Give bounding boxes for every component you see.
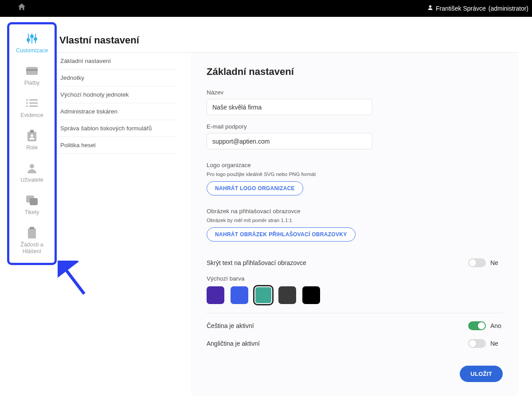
tickets-icon	[11, 194, 53, 207]
color-swatch-4[interactable]	[302, 286, 320, 304]
hide-text-value: Ne	[490, 259, 503, 266]
svg-point-16	[31, 134, 33, 137]
list-icon	[11, 97, 53, 109]
name-input[interactable]	[207, 99, 372, 115]
english-toggle[interactable]	[468, 339, 486, 348]
user-info[interactable]: František Správce (administrator)	[427, 5, 528, 12]
annotation-arrow	[58, 261, 93, 301]
email-input[interactable]	[207, 133, 372, 149]
hide-text-row: Skrýt text na přihlašovací obrazovce Ne	[207, 254, 503, 272]
sidebar-item-role[interactable]: Role	[11, 129, 53, 151]
color-row	[207, 286, 503, 304]
english-row: Angličtina je aktivní Ne	[207, 335, 503, 352]
user-icon	[427, 5, 433, 12]
hide-text-toggle[interactable]	[468, 258, 486, 267]
svg-point-4	[31, 35, 33, 38]
loginimg-label: Obrázek na přihlašovací obrazovce	[207, 208, 503, 215]
czech-row: Čeština je aktivní Ano	[207, 317, 503, 335]
form-card: Základní nastavení Název E-mail podpory …	[191, 53, 519, 396]
subnav: Základní nastavení Jednotky Výchozí hodn…	[58, 53, 177, 396]
hide-text-label: Skrýt text na přihlašovací obrazovce	[207, 259, 306, 266]
svg-rect-9	[29, 99, 38, 101]
subnav-item[interactable]: Správa šablon tiskových formulářů	[58, 120, 177, 137]
svg-rect-21	[30, 227, 34, 229]
sidebar-item-label: Žádosti a Hlášení	[11, 242, 53, 255]
subnav-item[interactable]: Administrace tiskáren	[58, 103, 177, 120]
svg-rect-20	[28, 228, 36, 238]
loginimg-hint: Obrázek by měl mít poměr stran 1.1:1	[207, 218, 503, 223]
page-title: Vlastní nastavení	[58, 26, 519, 52]
sidebar-item-label: Customizace	[11, 47, 53, 54]
czech-value: Ano	[490, 322, 503, 329]
svg-rect-8	[26, 99, 28, 101]
topbar: František Správce (administrator)	[0, 0, 532, 17]
upload-loginimg-button[interactable]: NAHRÁT OBRÁZEK PŘIHLAŠOVACÍ OBRAZOVKY	[207, 227, 356, 242]
sidebar-item-tikety[interactable]: Tikety	[11, 194, 53, 216]
color-swatch-1[interactable]	[231, 286, 248, 304]
svg-point-17	[30, 164, 34, 168]
subnav-item[interactable]: Politika hesel	[58, 137, 177, 154]
sidebar-item-label: Platby	[11, 80, 53, 86]
svg-rect-13	[29, 105, 38, 107]
svg-rect-7	[26, 69, 38, 71]
sidebar-item-platby[interactable]: Platby	[11, 65, 53, 86]
sidebar-item-label: Uživatelé	[11, 177, 53, 183]
subnav-item[interactable]: Výchozí hodnoty jednotek	[58, 86, 177, 103]
svg-rect-19	[30, 198, 38, 205]
color-swatch-2[interactable]	[254, 286, 272, 304]
sidebar-item-label: Role	[11, 144, 53, 151]
svg-rect-12	[26, 105, 28, 107]
sidebar-item-uzivatele[interactable]: Uživatelé	[11, 162, 53, 183]
svg-line-22	[63, 266, 84, 294]
color-swatch-3[interactable]	[278, 286, 296, 304]
upload-logo-button[interactable]: NAHRÁT LOGO ORGANIZACE	[207, 181, 303, 195]
divider	[207, 313, 503, 313]
czech-label: Čeština je aktivní	[207, 322, 254, 329]
sidebar-item-label: Tikety	[11, 209, 53, 216]
sidebar-item-evidence[interactable]: Evidence	[11, 97, 53, 119]
clipboard-icon	[11, 226, 53, 239]
form-title: Základní nastavení	[207, 66, 503, 78]
home-icon[interactable]	[17, 2, 27, 15]
english-label: Angličtina je aktivní	[207, 340, 260, 347]
color-swatch-0[interactable]	[207, 286, 224, 304]
svg-point-3	[27, 39, 30, 41]
color-label: Výchozí barva	[207, 275, 503, 282]
sidebar-item-label: Evidence	[11, 112, 53, 119]
save-button[interactable]: ULOŽIT	[460, 366, 503, 382]
user-name: František Správce	[436, 5, 486, 12]
badge-icon	[11, 129, 53, 142]
sidebar-item-customizace[interactable]: Customizace	[11, 32, 53, 54]
subnav-item[interactable]: Základní nastavení	[58, 53, 177, 70]
svg-point-5	[34, 38, 37, 40]
sidebar-item-zadosti[interactable]: Žádosti a Hlášení	[11, 226, 53, 255]
name-label: Název	[207, 89, 503, 96]
user-role: (administrator)	[489, 5, 528, 12]
svg-rect-15	[30, 130, 34, 133]
subnav-item[interactable]: Jednotky	[58, 70, 177, 86]
sidebar: Customizace Platby Evidence Role Uživate…	[7, 22, 57, 265]
card-icon	[11, 65, 53, 77]
user-icon	[11, 162, 53, 174]
email-label: E-mail podpory	[207, 123, 503, 130]
english-value: Ne	[490, 340, 503, 347]
svg-rect-11	[29, 102, 38, 104]
logo-hint: Pro logo použijte ideálně SVG nebo PNG f…	[207, 172, 503, 177]
svg-rect-10	[26, 102, 28, 104]
logo-label: Logo organizace	[207, 162, 503, 168]
sliders-icon	[11, 32, 53, 45]
czech-toggle[interactable]	[468, 321, 486, 330]
